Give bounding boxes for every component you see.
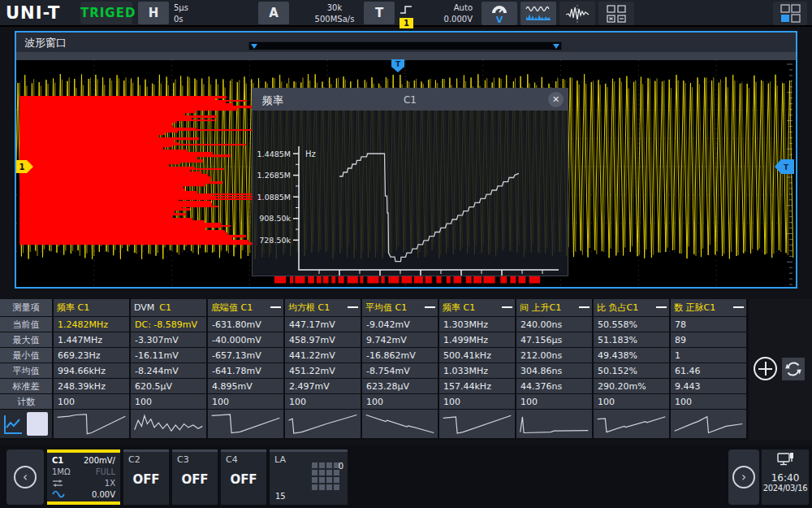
measurement-column: 频率 C11.303MHz1.499MHz500.41kHz1.033MHz15… [439, 299, 515, 438]
stats-view-toggle[interactable] [27, 412, 48, 436]
svg-text:1.4485M: 1.4485M [257, 150, 291, 158]
window-calculator-button[interactable] [598, 2, 634, 25]
row-label: 当前值 [0, 317, 52, 332]
trend-chart-icon[interactable] [2, 413, 24, 436]
measurement-value-cell: 500.41kHz [439, 348, 515, 363]
measurement-column-header[interactable]: 间 上升C1 [516, 299, 592, 316]
rising-edge-icon [400, 5, 413, 15]
add-measurement-button[interactable] [754, 357, 777, 380]
horizontal-menu-button[interactable]: H [138, 2, 169, 24]
measurement-sparkline [131, 410, 206, 438]
la-bit-square [312, 477, 317, 483]
trend-toggle-cell [0, 410, 52, 438]
measurement-value-cell: 100 [362, 394, 438, 409]
measurement-column-header[interactable]: DVM C1 [131, 299, 206, 316]
channel-4-tile[interactable]: C4 OFF [221, 449, 266, 505]
measurement-column: 平均值 C1-9.042mV9.742mV-16.862mV-8.754mV62… [362, 299, 438, 438]
la-bit-square [326, 484, 332, 490]
la-bit-square [334, 484, 339, 490]
logic-analyzer-tile[interactable]: LA 0 15 [270, 449, 348, 505]
measurement-sparkline [594, 410, 669, 438]
svg-text:1: 1 [19, 163, 25, 172]
measurement-value-cell: 100 [285, 394, 361, 409]
la-bit-square [326, 462, 332, 468]
measurement-value-cell: 451.22mV [285, 363, 361, 378]
top-toolbar: UNI-T TRIGED H 5μs 0s A 30k 500MSa/s T 1… [0, 0, 812, 27]
measurement-sparkline [516, 410, 592, 438]
system-clock-tile[interactable]: 16:40 2024/03/16 [762, 449, 809, 505]
row-label: 最大值 [0, 332, 52, 347]
remove-measurement-dash[interactable] [502, 306, 512, 308]
remove-measurement-dash[interactable] [733, 306, 744, 308]
measurement-value-cell: 1.499MHz [439, 332, 515, 347]
channel-1-tile[interactable]: C1 200mV/ 1MΩ FULL 1X 0.00V [47, 449, 120, 505]
measurement-column-header[interactable]: 数 正脉C1 [671, 299, 746, 316]
la-bit-square [312, 470, 317, 475]
measurement-value-cell: 458.97mV [285, 332, 361, 347]
sample-rate-value: 500MSa/s [294, 14, 375, 25]
multi-window-icon [606, 4, 627, 24]
memory-depth-value: 30k [294, 2, 375, 14]
measurement-sparkline [439, 410, 515, 438]
row-label: 平均值 [0, 363, 52, 378]
remove-measurement-dash[interactable] [579, 306, 590, 308]
dvm-button[interactable]: V [482, 2, 517, 25]
measurement-column: DVM C1DC: -8.589mV-3.307mV-16.11mV-8.244… [131, 299, 206, 438]
c3-state: OFF [177, 472, 213, 487]
trigger-source-indicator: 1 [400, 2, 413, 28]
la-bit-square [319, 462, 325, 468]
trigger-menu-button[interactable]: T [364, 2, 395, 24]
waveform-analysis-button[interactable] [559, 2, 595, 25]
reset-statistics-button[interactable] [782, 358, 805, 380]
trigger-values: Auto 0.000V [419, 2, 473, 25]
measurement-column-header[interactable]: 平均值 C1 [362, 299, 438, 316]
remove-measurement-dash[interactable] [348, 306, 358, 308]
display-layout-button[interactable] [773, 2, 807, 25]
svg-text:728.50k: 728.50k [259, 236, 291, 245]
trigger-position-marker[interactable]: T [391, 59, 404, 72]
measurement-value-cell: 441.22mV [285, 348, 361, 363]
measurement-value-cell: 1 [671, 348, 746, 363]
channel-2-tile[interactable]: C2 OFF [123, 449, 169, 505]
fft-button[interactable] [520, 2, 556, 25]
measurement-value-cell: 1.303MHz [439, 317, 515, 332]
la-bit-square [326, 470, 332, 475]
measurement-value-cell: 50.558% [594, 317, 669, 332]
refresh-icon [784, 360, 802, 378]
la-bit-square [334, 477, 339, 483]
row-label: 测量项 [0, 299, 52, 316]
channel-1-position-marker[interactable]: 1 [16, 160, 34, 176]
measurement-column-header[interactable]: 底端值 C1 [208, 299, 283, 316]
measurement-column-header[interactable]: 频率 C1 [54, 299, 129, 316]
close-icon[interactable]: ✕ [548, 92, 564, 107]
measurement-column-header[interactable]: 频率 C1 [439, 299, 515, 316]
popup-titlebar[interactable]: 频率 C1 ✕ [253, 89, 568, 111]
measurement-column: 间 上升C1240.00ns47.156μs212.00ns304.86ns44… [516, 299, 592, 438]
remove-measurement-dash[interactable] [425, 306, 435, 308]
svg-text:908.50k: 908.50k [259, 214, 291, 223]
remove-measurement-dash[interactable] [656, 306, 667, 308]
remove-measurement-dash[interactable] [270, 306, 281, 308]
channel-3-tile[interactable]: C3 OFF [172, 449, 218, 505]
acquire-menu-button[interactable]: A [258, 2, 289, 24]
la-bit-square [319, 470, 325, 475]
horizontal-position-scrollbar[interactable] [248, 41, 562, 50]
measurement-column-header[interactable]: 均方根 C1 [285, 299, 361, 316]
channel-bar-next-button[interactable]: › [728, 449, 759, 505]
date-value: 2024/03/16 [762, 484, 809, 493]
measurement-column: 均方根 C1447.17mV458.97mV441.22mV451.22mV2.… [285, 299, 361, 438]
measurement-value-cell: 100 [439, 394, 515, 409]
measurement-sparkline [54, 410, 129, 438]
measurement-column-header[interactable]: 比 负占C1 [594, 299, 669, 316]
measurement-sparkline [208, 410, 283, 438]
waveform-window: 波形窗口 T 1 T [15, 31, 797, 289]
measurement-value-cell: 2.497mV [285, 379, 361, 393]
trigger-level-marker[interactable]: T [775, 159, 794, 177]
channel-bar-prev-button[interactable]: ‹ [6, 449, 44, 505]
chevron-right-icon: › [732, 466, 755, 488]
measurement-value-cell: -16.11mV [131, 348, 206, 363]
acquire-values: 30k 500MSa/s [294, 2, 375, 25]
svg-text:T: T [784, 163, 789, 172]
measurement-value-cell: 1.2482MHz [54, 317, 129, 332]
trigger-status-badge: TRIGED [80, 2, 132, 24]
